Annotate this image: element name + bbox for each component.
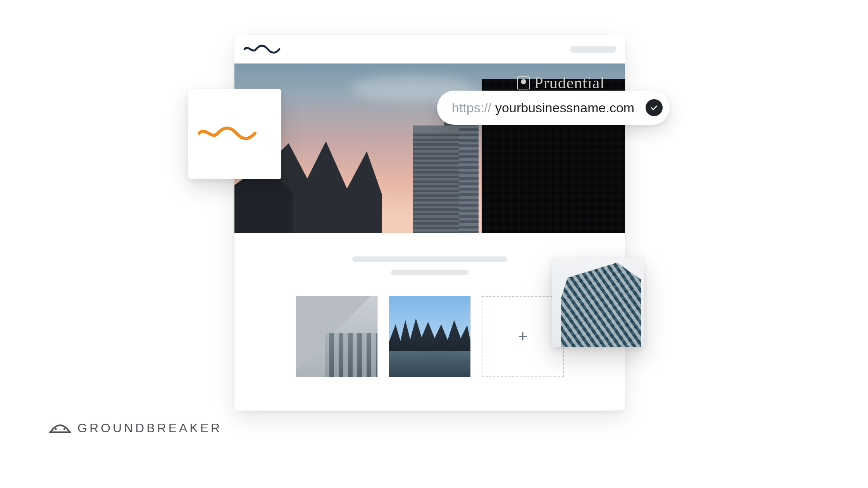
thumbnail-row: + — [296, 296, 564, 377]
hero-image[interactable]: Prudential — [234, 64, 625, 233]
url-domain-text: yourbusinessname.com — [495, 100, 634, 115]
hero-signage-text: Prudential — [534, 74, 605, 92]
confirm-domain-button[interactable] — [646, 99, 663, 116]
plus-icon: + — [518, 328, 528, 345]
wave-icon — [243, 45, 286, 54]
brand-footer: GROUNDBREAKER — [49, 421, 222, 435]
brand-name: GROUNDBREAKER — [78, 421, 222, 435]
custom-domain-input[interactable]: https:// yourbusinessname.com — [437, 91, 670, 125]
header-placeholder — [570, 46, 617, 53]
text-placeholder — [391, 270, 468, 275]
groundbreaker-logo-icon — [49, 421, 71, 435]
dragged-thumbnail[interactable] — [552, 258, 644, 347]
logo-upload-card[interactable] — [188, 89, 281, 179]
hero-signage: Prudential — [517, 74, 605, 92]
wave-icon — [197, 125, 273, 143]
svg-point-2 — [64, 428, 65, 430]
url-scheme-label: https:// — [452, 100, 491, 115]
svg-point-1 — [55, 428, 57, 430]
canvas: Prudential + — [0, 0, 868, 488]
gallery-thumbnail[interactable] — [389, 296, 471, 377]
gallery-thumbnail[interactable] — [296, 296, 378, 377]
text-placeholder — [352, 256, 507, 262]
preview-header — [234, 35, 625, 64]
